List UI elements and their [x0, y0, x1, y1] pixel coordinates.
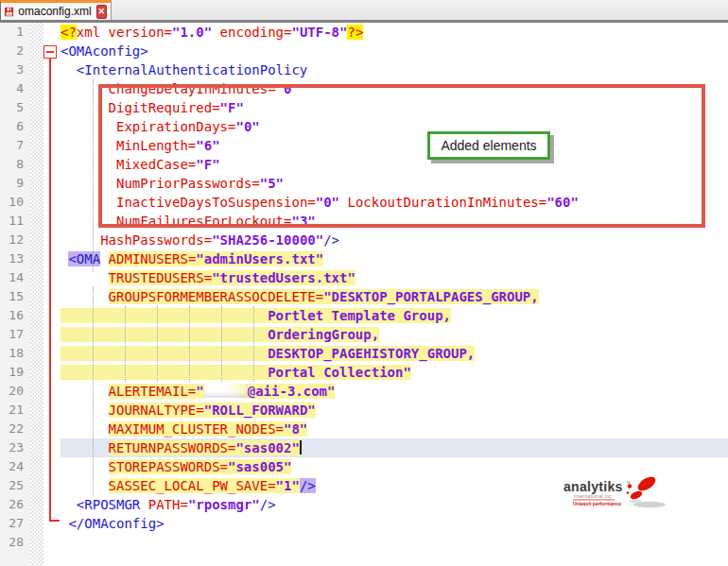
code-token: "trustedUsers.txt" [212, 270, 355, 285]
line-number: 16 [0, 306, 30, 325]
analytiks-logo: analytiks ™ International Inc Unleash pe… [543, 473, 671, 519]
indent-guide [93, 79, 94, 272]
code-token: "adminUsers.txt" [196, 251, 323, 266]
line-number: 13 [0, 249, 30, 268]
code-line[interactable]: 18 DESKTOP_PAGEHISTORY_GROUP, [0, 344, 728, 363]
code-line[interactable]: 20 ALERTEMAIL="@aii-3.com" [0, 382, 728, 401]
text-caret [300, 440, 302, 455]
fold-collapse-icon[interactable] [43, 45, 57, 59]
indent-spaces [61, 232, 100, 248]
indent-guide [253, 306, 254, 382]
tab-omaconfig[interactable]: omaconfig.xml ✕ [0, 0, 112, 20]
indent-spaces [61, 384, 109, 399]
line-number: 7 [0, 136, 30, 155]
code-token: <? [61, 25, 77, 40]
code-line[interactable]: 16 Portlet Template Group, [0, 306, 728, 325]
line-number: 6 [0, 117, 30, 136]
code-line[interactable]: 14 TRUSTEDUSERS="trustedUsers.txt" [0, 268, 728, 287]
code-line[interactable]: 15 GROUPSFORMEMBERASSOCDELETE="DESKTOP_P… [0, 287, 728, 306]
line-number: 22 [0, 420, 30, 438]
code-token: RETURNPASSWORDS= [109, 440, 236, 455]
line-number: 11 [0, 212, 30, 231]
indent-spaces [61, 62, 77, 77]
added-elements-label: Added elements [427, 131, 550, 160]
code-token: xml version= [77, 25, 172, 40]
code-token: <InternalAuthenticationPolicy [77, 62, 307, 77]
code-token: MAXIMUM_CLUSTER_NODES= [109, 421, 284, 437]
line-number: 3 [0, 60, 30, 79]
code-token: Portlet Template Group, [268, 308, 451, 323]
line-number: 19 [0, 363, 30, 382]
indent-guide [157, 306, 158, 382]
code-token: HashPasswords= [100, 232, 212, 248]
indent-spaces [61, 421, 109, 437]
code-token: TRUSTEDUSERS= [109, 270, 213, 285]
indent-spaces [61, 497, 77, 512]
indent-spaces [61, 327, 268, 342]
code-token: GROUPSFORMEMBERASSOCDELETE= [109, 289, 324, 304]
code-line[interactable]: 2<OMAconfig> [0, 42, 728, 60]
line-number: 25 [0, 476, 30, 495]
line-number: 12 [0, 231, 30, 249]
code-token: ?> [347, 25, 363, 40]
line-number: 28 [0, 533, 30, 552]
fold-line-corner [49, 520, 60, 522]
code-token: "sas002" [235, 440, 299, 455]
indent-spaces [61, 270, 109, 285]
code-line[interactable]: 19 Portal Collection" [0, 363, 728, 382]
code-token: PATH= [148, 497, 188, 512]
code-token: "sas005" [228, 459, 291, 474]
line-number: 21 [0, 401, 30, 420]
indent-spaces [61, 346, 268, 361]
code-line[interactable]: 1<?xml version="1.0" encoding="UTF-8"?> [0, 23, 728, 42]
indent-guide [93, 287, 94, 495]
code-token: DESKTOP_PAGEHISTORY_GROUP, [268, 346, 475, 361]
logo-tagline-text: Unleash performance [573, 501, 621, 506]
line-number: 23 [0, 438, 30, 457]
code-token: "ROLL_FORWARD" [204, 403, 316, 418]
tab-bar: omaconfig.xml ✕ [0, 0, 728, 23]
code-token: <OMA [68, 251, 100, 266]
code-token: SASSEC_LOCAL_PW_SAVE= [109, 478, 276, 493]
indent-spaces [100, 251, 108, 266]
close-tab-icon[interactable]: ✕ [96, 5, 107, 19]
indent-spaces [61, 308, 268, 323]
floppy-disk-unsaved-icon [5, 6, 13, 18]
line-number: 24 [0, 457, 30, 476]
code-token: "DESKTOP_PORTALPAGES_GROUP, [323, 289, 539, 304]
code-line[interactable]: 3 <InternalAuthenticationPolicy [0, 60, 728, 79]
code-line[interactable]: 21 JOURNALTYPE="ROLL_FORWARD" [0, 401, 728, 420]
notepad-window: omaconfig.xml ✕ 1<?xml version="1.0" enc… [0, 0, 728, 566]
redacted-email-prefix [204, 384, 248, 398]
code-line[interactable]: 28 [0, 533, 728, 552]
line-number: 15 [0, 287, 30, 306]
code-token: JOURNALTYPE= [109, 403, 204, 418]
indent-spaces [61, 289, 109, 304]
code-token: "rposmgr" [188, 497, 260, 512]
line-number: 4 [0, 79, 30, 98]
code-token: @aii-3.com" [248, 384, 336, 399]
indent-spaces [61, 365, 268, 380]
code-token: /> [323, 232, 339, 248]
code-token: /> [300, 478, 316, 493]
code-token: encoding= [212, 25, 291, 40]
line-number: 26 [0, 495, 30, 514]
code-line[interactable]: 12 HashPasswords="SHA256-10000"/> [0, 231, 728, 249]
code-token: ALERTEMAIL= [109, 384, 197, 399]
code-token: <RPOSMGR [77, 497, 140, 512]
indent-spaces [61, 440, 109, 455]
code-token: Portal Collection" [268, 365, 411, 380]
code-line[interactable]: 17 OrderingGroup, [0, 325, 728, 344]
code-token: <OMAconfig> [61, 43, 148, 59]
code-token: /> [260, 497, 276, 512]
indent-spaces [140, 497, 147, 512]
code-token: "UTF-8" [291, 25, 347, 40]
code-line[interactable]: 23 RETURNPASSWORDS="sas002" [0, 438, 728, 457]
code-token: " [196, 384, 203, 399]
indent-guide [189, 306, 190, 382]
code-line[interactable]: 13 <OMA ADMINUSERS="adminUsers.txt" [0, 249, 728, 268]
line-number: 8 [0, 155, 30, 174]
indent-spaces [61, 459, 109, 474]
line-number: 20 [0, 382, 30, 401]
code-line[interactable]: 22 MAXIMUM_CLUSTER_NODES="8" [0, 420, 728, 438]
